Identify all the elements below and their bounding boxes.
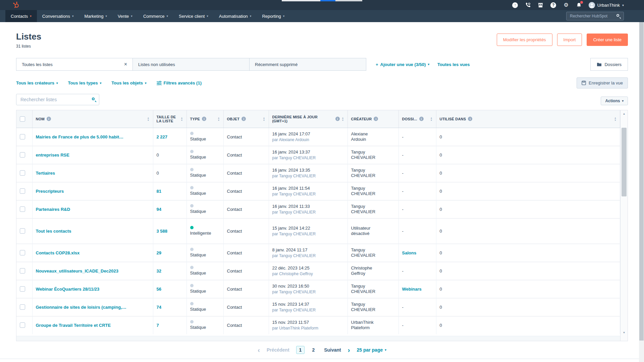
list-size-cell: 74 (153, 298, 186, 316)
sort-arrows-icon[interactable]: ▲▼ (430, 117, 433, 121)
close-icon[interactable]: × (124, 62, 127, 67)
tab-listes-non-utilisées[interactable]: Listes non utilisées (133, 58, 250, 71)
nav-item-contacts[interactable]: Contacts▾ (5, 10, 37, 22)
settings-gear-icon[interactable]: ⚙ (563, 2, 569, 8)
actions-button[interactable]: Actions ▾ (601, 97, 628, 105)
folder-link[interactable]: Webinars (402, 287, 422, 292)
row-checkbox[interactable] (20, 170, 25, 176)
list-name-link[interactable]: Tertiaires (36, 171, 55, 176)
select-all-checkbox[interactable] (20, 116, 25, 122)
sort-arrows-icon[interactable]: ▲▼ (614, 117, 616, 121)
column-header-dossi-[interactable]: DOSSI...i▲▼ (398, 110, 436, 128)
all-views-link[interactable]: Toutes les vues (437, 62, 470, 67)
folder-link[interactable]: Salons (402, 250, 417, 255)
list-size-link[interactable]: 94 (157, 207, 161, 212)
nav-item-conversations[interactable]: Conversations▾ (37, 10, 79, 22)
nav-item-service-client[interactable]: Service client▾ (173, 10, 214, 22)
sort-arrows-icon[interactable]: ▲▼ (263, 117, 265, 121)
advanced-filters-link[interactable]: Filtres avancés (1) (157, 80, 202, 85)
account-menu[interactable]: UrbanThink ▾ (589, 2, 624, 8)
tab-récemment-supprimé[interactable]: Récemment supprimé (250, 58, 366, 71)
add-view-link[interactable]: + Ajouter une vue (3/50) ▾ (376, 62, 429, 67)
sort-arrows-icon[interactable]: ▲▼ (218, 117, 220, 121)
column-header-nom[interactable]: NOMi▲▼ (32, 110, 153, 128)
page-number-2[interactable]: 2 (309, 346, 317, 354)
prev-page-link[interactable]: Précédent (267, 347, 289, 353)
row-checkbox[interactable] (20, 152, 25, 158)
list-name-link[interactable]: Mairies de France de plus de 5.000 habit… (36, 134, 124, 139)
row-checkbox[interactable] (20, 206, 25, 212)
tab-toutes-les-listes[interactable]: Toutes les listes× (16, 58, 133, 71)
next-page-link[interactable]: Suivant (324, 347, 341, 353)
marketplace-icon[interactable] (538, 2, 544, 8)
row-checkbox[interactable] (20, 322, 25, 328)
nav-item-reporting[interactable]: Reporting▾ (257, 10, 290, 22)
folders-button[interactable]: Dossiers (590, 58, 628, 71)
last-updated-by: par UrbanThink Plateform (272, 326, 344, 330)
page-scrollbar-thumb[interactable] (639, 22, 644, 341)
list-size-link[interactable]: 3 588 (157, 229, 168, 234)
folder-value: - (402, 153, 404, 158)
nav-item-commerce[interactable]: Commerce▾ (138, 10, 173, 22)
folder-value: - (402, 268, 404, 274)
list-search-input[interactable] (16, 94, 99, 105)
list-size-link[interactable]: 7 (157, 323, 159, 328)
row-checkbox[interactable] (20, 250, 25, 255)
list-size-link[interactable]: 2 227 (157, 134, 168, 139)
hubspot-logo[interactable] (13, 1, 20, 9)
row-checkbox[interactable] (20, 268, 25, 274)
list-name-link[interactable]: Webinar ÉcoQuartiers 28/11/23 (36, 287, 100, 292)
scroll-down-arrow[interactable]: ▼ (621, 331, 628, 334)
column-header-objet[interactable]: OBJETi▲▼ (223, 110, 269, 128)
import-button[interactable]: Import (557, 34, 582, 46)
list-name-link[interactable]: Nouveaux_utilisateurs_ICADE_Dec2023 (36, 268, 118, 274)
row-checkbox[interactable] (20, 188, 25, 194)
edit-properties-button[interactable]: Modifier les propriétés (497, 34, 552, 46)
nav-item-marketing[interactable]: Marketing▾ (79, 10, 112, 22)
row-checkbox[interactable] (20, 286, 25, 292)
column-header-créateur[interactable]: CRÉATEURi (347, 110, 398, 128)
sort-arrows-icon[interactable]: ▲▼ (181, 117, 183, 121)
filter-types-dropdown[interactable]: Tous les types ▾ (68, 80, 101, 85)
list-size-link[interactable]: 56 (157, 287, 161, 292)
list-name-link[interactable]: Partenaires R&D (36, 207, 70, 212)
list-name-link[interactable]: entreprises RSE (36, 153, 69, 158)
scroll-up-arrow[interactable]: ▲ (621, 112, 628, 115)
list-name-link[interactable]: Prescripteurs (36, 189, 64, 194)
save-view-button[interactable]: Enregistrer la vue (577, 77, 628, 88)
per-page-dropdown[interactable]: 25 par page ▾ (357, 347, 386, 353)
column-header-utilisé-dans[interactable]: UTILISÉ DANSi▲▼ (436, 110, 620, 128)
sort-arrows-icon[interactable]: ▲▼ (147, 117, 150, 121)
create-list-button[interactable]: Créer une liste (587, 34, 628, 46)
list-name-link[interactable]: Contacts COP28.xlsx (36, 250, 80, 255)
row-checkbox[interactable] (20, 134, 25, 139)
list-name-link[interactable]: Gestionnaire de sites de loisirs (campin… (36, 305, 126, 310)
list-name-link[interactable]: Tout les contacts (36, 229, 71, 234)
row-checkbox[interactable] (20, 304, 25, 310)
page-scrollbar[interactable] (639, 22, 644, 362)
nav-item-vente[interactable]: Vente▾ (112, 10, 138, 22)
column-header-dernière-mise-à-jour-gmt-[interactable]: DERNIÈRE MISE À JOUR (GMT+1)i▲▼ (269, 110, 347, 128)
nav-item-automatisation[interactable]: Automatisation▾ (214, 10, 257, 22)
row-checkbox[interactable] (20, 228, 25, 234)
filter-objects-dropdown[interactable]: Tous les objets ▾ (111, 80, 146, 85)
list-size-link[interactable]: 74 (157, 305, 161, 310)
list-name-link[interactable]: Groupe de Travail Territoire et CRTE (36, 323, 111, 328)
global-search-input[interactable] (566, 12, 624, 20)
column-header-taille-de-la-liste[interactable]: TAILLE DE LA LISTE▲▼ (153, 110, 186, 128)
upgrade-icon[interactable]: ↑ (512, 2, 518, 8)
sort-arrows-icon[interactable]: ▲▼ (342, 117, 344, 121)
table-scrollbar[interactable]: ▲ ▼ (620, 110, 628, 341)
table-horizontal-scrollbar[interactable] (16, 336, 620, 341)
list-size-link[interactable]: 29 (157, 250, 161, 255)
next-page-chevron[interactable]: › (348, 347, 350, 353)
list-size-link[interactable]: 32 (157, 268, 161, 274)
list-size-link[interactable]: 81 (157, 189, 161, 194)
filter-creators-dropdown[interactable]: Tous les créateurs ▾ (16, 80, 58, 85)
column-header-type[interactable]: TYPEi▲▼ (186, 110, 223, 128)
prev-page-chevron[interactable]: ‹ (258, 347, 260, 353)
scrollbar-thumb[interactable] (622, 128, 627, 196)
notifications-bell-icon[interactable] (576, 2, 582, 8)
help-icon[interactable]: ? (550, 2, 556, 8)
phone-icon[interactable] (525, 2, 531, 8)
